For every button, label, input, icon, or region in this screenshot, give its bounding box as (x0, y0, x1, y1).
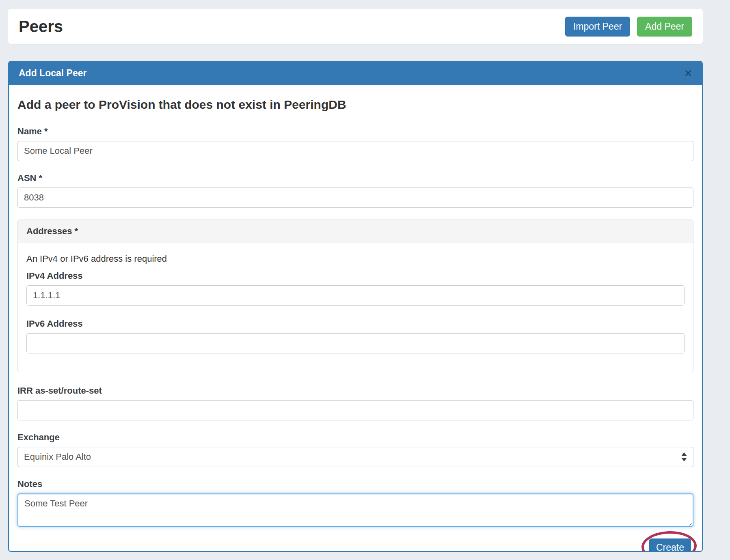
asn-input[interactable] (17, 187, 693, 208)
peers-page: Peers Import Peer Add Peer Add Local Pee… (0, 0, 730, 560)
irr-input[interactable] (17, 400, 693, 420)
add-peer-button[interactable]: Add Peer (637, 17, 692, 37)
name-label: Name * (17, 126, 693, 137)
irr-label: IRR as-set/route-set (17, 386, 693, 396)
ipv6-field-group: IPv6 Address (26, 319, 685, 353)
panel-intro-text: Add a peer to ProVision that does not ex… (17, 98, 693, 112)
name-input[interactable] (17, 141, 693, 161)
exchange-label: Exchange (17, 432, 693, 443)
panel-heading: Add Local Peer ✕ (9, 62, 702, 85)
addresses-panel: Addresses * An IPv4 or IPv6 address is r… (17, 220, 693, 372)
asn-label: ASN * (17, 173, 693, 183)
arrow-down-icon (681, 458, 687, 461)
close-icon[interactable]: ✕ (684, 69, 692, 78)
irr-field-group: IRR as-set/route-set (17, 386, 693, 420)
exchange-select-wrap: Equinix Palo Alto (17, 447, 693, 467)
ipv6-label: IPv6 Address (26, 319, 685, 329)
ipv4-input[interactable] (26, 285, 685, 306)
notes-label: Notes (17, 479, 693, 489)
notes-textarea[interactable]: Some Test Peer (17, 493, 693, 527)
ipv6-input[interactable] (26, 333, 685, 353)
create-button-row: Create (17, 538, 693, 551)
exchange-field-group: Exchange Equinix Palo Alto (17, 432, 693, 467)
panel-body: Add a peer to ProVision that does not ex… (9, 85, 702, 551)
name-field-group: Name * (17, 126, 693, 161)
page-header-card: Peers Import Peer Add Peer (8, 9, 703, 44)
address-requirement-text: An IPv4 or IPv6 address is required (26, 254, 685, 264)
import-peer-button[interactable]: Import Peer (565, 17, 630, 37)
ipv4-label: IPv4 Address (26, 271, 685, 281)
notes-field-group: Notes Some Test Peer (17, 479, 693, 527)
asn-field-group: ASN * (17, 173, 693, 208)
add-local-peer-panel: Add Local Peer ✕ Add a peer to ProVision… (8, 61, 703, 552)
exchange-selected-value: Equinix Palo Alto (24, 452, 91, 462)
select-updown-icon (681, 452, 687, 461)
panel-title: Add Local Peer (19, 68, 86, 79)
ipv4-field-group: IPv4 Address (26, 271, 685, 306)
arrow-up-icon (681, 452, 687, 456)
page-title: Peers (19, 17, 63, 36)
header-actions: Import Peer Add Peer (565, 17, 692, 37)
create-button-wrap: Create (649, 538, 691, 551)
create-button[interactable]: Create (649, 538, 691, 551)
exchange-select[interactable]: Equinix Palo Alto (17, 447, 693, 467)
addresses-panel-body: An IPv4 or IPv6 address is required IPv4… (18, 243, 693, 372)
addresses-panel-heading: Addresses * (18, 220, 693, 243)
